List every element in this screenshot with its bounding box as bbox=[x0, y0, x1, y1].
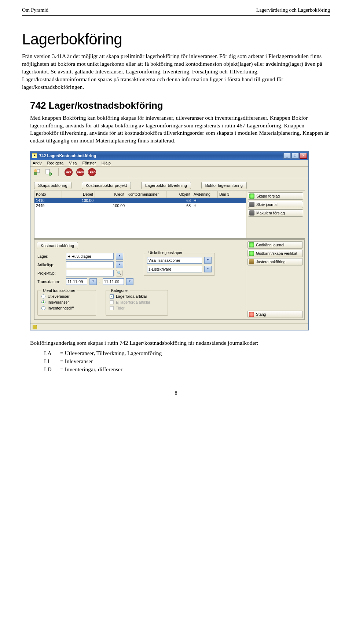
label-transdatum: Trans.datum: bbox=[37, 279, 64, 284]
tab-bokfor-lageromforing[interactable]: Bokför lageromföring bbox=[201, 182, 247, 189]
grid-area: Konto Debet Kredit Kontodimensioner Obje… bbox=[34, 191, 305, 239]
btn-makulera-forslag[interactable]: Makulera förslag bbox=[248, 209, 303, 217]
page-title: Lagerbokföring bbox=[22, 30, 330, 48]
col-konto[interactable]: Konto bbox=[34, 191, 62, 198]
menu-fonster[interactable]: Fönster bbox=[82, 161, 96, 165]
svg-rect-2 bbox=[37, 169, 40, 173]
check-icon bbox=[249, 251, 254, 256]
grid-row[interactable]: 2449 -100.00 68 H bbox=[34, 203, 246, 208]
radio-utleveranser[interactable]: Utleveranser bbox=[41, 294, 92, 299]
col-dim3[interactable]: Dim 3 bbox=[218, 191, 246, 198]
radio-inleveranser[interactable]: Inleveranser bbox=[41, 300, 92, 304]
dropdown-icon[interactable]: ▾ bbox=[204, 266, 212, 272]
lower-panel: Kostnadsbokföring Lager: ▾ Artikeltyp: ▾ bbox=[34, 239, 305, 320]
radio-inventeringsdiff[interactable]: Inventeringsdiff bbox=[41, 306, 92, 310]
close-icon bbox=[249, 312, 254, 317]
col-debet[interactable]: Debet bbox=[62, 191, 95, 198]
legend-urval: Urval transaktioner bbox=[41, 288, 77, 293]
round-btn-lprg[interactable]: LPRG bbox=[88, 168, 96, 176]
intro-paragraph: Från version 3.41A är det möjligt att sk… bbox=[22, 53, 330, 91]
footer-paragraph: Bokföringsunderlag som skapas i rutin 74… bbox=[30, 339, 330, 347]
section-heading: 742 Lager/kostnadsbokföring bbox=[30, 100, 330, 111]
journal-code-list: LA= Utleveranser, Tillverkning, Lageromf… bbox=[44, 349, 330, 373]
dropdown-icon[interactable]: ▾ bbox=[89, 278, 97, 285]
col-kredit[interactable]: Kredit bbox=[95, 191, 126, 198]
col-objekt[interactable]: Objekt bbox=[166, 191, 192, 198]
window-title: 742 Lager/Kostnadsbokföring bbox=[39, 153, 283, 158]
chk-tider: Tider bbox=[110, 306, 164, 310]
input-artikeltyp[interactable] bbox=[66, 261, 114, 268]
svg-point-0 bbox=[34, 169, 37, 172]
printer-icon bbox=[249, 202, 254, 207]
maximize-button[interactable]: □ bbox=[292, 153, 299, 159]
dropdown-icon[interactable]: ▾ bbox=[126, 278, 133, 285]
menu-redigera[interactable]: Redigera bbox=[47, 161, 64, 165]
svg-text:+: + bbox=[50, 173, 51, 176]
toolbar-icon-2[interactable]: + bbox=[44, 168, 52, 176]
chk-lagerforda[interactable]: Lagerförda artiklar bbox=[110, 294, 164, 299]
titlebar[interactable]: ★ 742 Lager/Kostnadsbokföring _ □ × bbox=[30, 152, 308, 160]
document-icon bbox=[249, 210, 254, 216]
legend-utskrift: Utskriftsegenskaper bbox=[147, 250, 184, 255]
input-trans-to[interactable] bbox=[103, 278, 124, 285]
pen-icon bbox=[249, 259, 254, 264]
menu-arkiv[interactable]: Arkiv bbox=[33, 161, 41, 165]
dropdown-icon[interactable]: ▾ bbox=[204, 257, 212, 264]
check-icon bbox=[249, 242, 254, 247]
btn-justera-bokforing[interactable]: Justera bokföring bbox=[247, 258, 303, 265]
round-btn-mkt[interactable]: MKT bbox=[65, 168, 73, 176]
tab-lagerbokfor-tillverkning[interactable]: Lagerbokför tillverkning bbox=[141, 182, 191, 189]
input-projekttyp[interactable] bbox=[66, 270, 114, 276]
menubar: Arkiv Redigera Visa Fönster Hjälp bbox=[30, 160, 308, 167]
dropdown-icon[interactable]: ▾ bbox=[116, 253, 123, 260]
input-visa-transaktioner[interactable] bbox=[147, 257, 202, 264]
tab-kostnadsbokfor-projekt[interactable]: Kostnadsbokför projekt bbox=[82, 182, 131, 189]
svg-rect-1 bbox=[34, 172, 37, 175]
check-icon bbox=[249, 193, 254, 199]
search-icon[interactable]: 🔍 bbox=[116, 270, 122, 276]
btn-godkann-journal[interactable]: Godkänn journal bbox=[247, 241, 303, 249]
header-left: Om Pyramid bbox=[22, 7, 48, 13]
menu-hjalp[interactable]: Hjälp bbox=[102, 161, 111, 165]
close-button[interactable]: × bbox=[300, 153, 307, 159]
app-window: ★ 742 Lager/Kostnadsbokföring _ □ × Arki… bbox=[30, 151, 309, 330]
section-paragraph: Med knappen Bokföring kan bokföring skap… bbox=[30, 114, 330, 145]
toolbar-icon-1[interactable] bbox=[33, 168, 41, 176]
label-projekttyp: Projekttyp: bbox=[37, 271, 64, 275]
legend-kategorier: Kategorier bbox=[110, 288, 130, 293]
label-artikeltyp: Artikeltyp: bbox=[37, 263, 64, 267]
round-btn-prod[interactable]: PROD bbox=[76, 168, 84, 176]
toolbar: + MKT PROD LPRG bbox=[30, 167, 308, 178]
app-icon: ★ bbox=[32, 153, 37, 158]
header-right: Lagervärdering och Lagerbokföring bbox=[256, 7, 330, 13]
col-kontodimensioner[interactable]: Kontodimensioner bbox=[126, 191, 166, 198]
dropdown-icon[interactable]: ▾ bbox=[116, 261, 123, 268]
header-rule bbox=[22, 15, 330, 16]
input-printer[interactable] bbox=[147, 266, 202, 272]
btn-skapa-forslag[interactable]: Skapa förslag bbox=[248, 192, 303, 200]
input-trans-from[interactable] bbox=[66, 278, 87, 285]
page-number: 8 bbox=[22, 388, 330, 396]
lock-icon bbox=[33, 325, 37, 329]
btn-godkann-skapa-verifikat[interactable]: Godkänn/skapa verifikat bbox=[247, 250, 303, 257]
tab-kostnadsbokforing[interactable]: Kostnadsbokföring bbox=[37, 242, 78, 249]
statusbar bbox=[30, 323, 308, 330]
btn-stang[interactable]: Stäng bbox=[247, 311, 303, 318]
tab-skapa-bokforing[interactable]: Skapa bokföring bbox=[34, 182, 72, 189]
minimize-button[interactable]: _ bbox=[283, 153, 291, 159]
grid-row[interactable]: 1410 100.00 68 H bbox=[34, 198, 246, 203]
menu-visa[interactable]: Visa bbox=[69, 161, 77, 165]
btn-skriv-journal[interactable]: Skriv journal bbox=[248, 201, 303, 208]
col-avdelning[interactable]: Avdelning bbox=[192, 191, 218, 198]
grid-body[interactable]: 1410 100.00 68 H 2449 -100.00 68 bbox=[34, 198, 246, 238]
chk-ej-lagerforda: Ej lagerförda artiklar bbox=[110, 300, 164, 304]
input-lager[interactable] bbox=[66, 253, 114, 260]
label-lager: Lager: bbox=[37, 254, 64, 258]
grid-header: Konto Debet Kredit Kontodimensioner Obje… bbox=[34, 191, 246, 198]
